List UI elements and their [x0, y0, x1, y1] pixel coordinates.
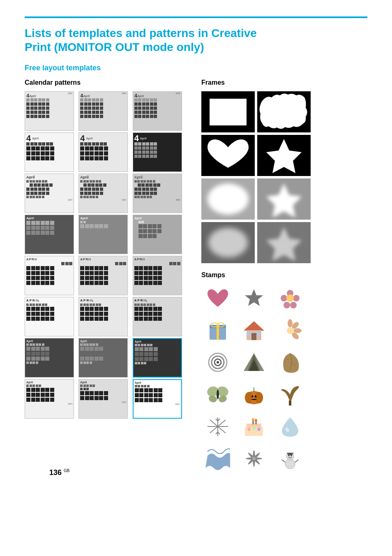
- svg-point-68: [252, 427, 256, 430]
- svg-point-17: [281, 295, 287, 301]
- stamp-cake: [238, 412, 270, 441]
- svg-point-18: [286, 294, 294, 302]
- svg-rect-28: [257, 332, 260, 335]
- stamp-butterfly: [201, 380, 234, 409]
- svg-rect-27: [248, 332, 251, 335]
- stamp-plant: [274, 380, 307, 409]
- cal-thumb-1-3: 2004 4April: [133, 91, 182, 131]
- frames-section-title: Frames: [201, 79, 367, 86]
- frame-3: [201, 135, 255, 176]
- svg-line-83: [295, 460, 298, 462]
- stamp-drop: [274, 412, 307, 441]
- stamp-tent: [238, 348, 270, 377]
- svg-point-65: [252, 418, 254, 421]
- calendar-row-6: APRIL APRIL APRIL: [25, 297, 185, 336]
- stamp-leaf: [274, 348, 307, 377]
- cal-thumb-7-1: April: [25, 338, 74, 378]
- cal-thumb-8-2: April 2004: [78, 379, 128, 419]
- svg-rect-26: [251, 333, 256, 340]
- svg-point-9: [208, 228, 248, 257]
- stamps-section-title: Stamps: [201, 271, 367, 279]
- frame-1: [201, 91, 255, 132]
- cal-thumb-2-2: 4 April: [78, 132, 128, 172]
- cal-thumb-1-1: 2004 4April: [25, 91, 74, 131]
- cal-thumb-4-3: April: [133, 215, 182, 254]
- main-layout: Calendar patterns 2004 4April 2004 4Apri…: [25, 79, 367, 473]
- calendar-row-5: APRII APRII: [25, 256, 185, 295]
- frame-6: [257, 178, 311, 220]
- svg-point-69: [257, 428, 261, 431]
- cal-thumb-3-3: April 2004: [133, 174, 182, 213]
- svg-point-76: [285, 459, 295, 469]
- stamp-flower2: [274, 316, 307, 345]
- cal-thumb-5-3: APRII: [133, 256, 182, 295]
- left-column: Calendar patterns 2004 4April 2004 4Apri…: [25, 79, 185, 420]
- cal-thumb-2-1: 4 April: [25, 132, 74, 172]
- cal-thumb-6-3: APRIL: [133, 297, 182, 336]
- frames-grid: [201, 91, 367, 263]
- stamp-snowman: [274, 444, 307, 473]
- svg-point-29: [288, 319, 293, 327]
- svg-point-31: [293, 328, 302, 333]
- cal-thumb-4-1: April: [25, 215, 74, 254]
- cal-thumb-5-1: APRII: [25, 256, 74, 295]
- stamp-sparkle: [238, 444, 270, 473]
- frame-8: [257, 222, 311, 263]
- calendar-row-1: 2004 4April 2004 4April: [25, 91, 185, 131]
- stamp-swirl: [201, 348, 234, 377]
- calendar-row-4: April April April: [25, 215, 185, 254]
- svg-rect-81: [287, 453, 293, 454]
- stamp-wave: [201, 444, 234, 473]
- svg-point-49: [255, 392, 263, 403]
- svg-rect-21: [217, 325, 219, 340]
- svg-point-75: [252, 457, 256, 460]
- cal-thumb-7-3: April: [133, 338, 182, 378]
- cal-thumb-4-2: April: [78, 215, 128, 254]
- cal-thumb-1-2: 2004 4April: [78, 91, 128, 131]
- frame-2: [257, 91, 311, 132]
- svg-point-45: [217, 389, 219, 399]
- stamp-pumpkin: [238, 380, 270, 409]
- cal-thumb-8-1: April 2004: [25, 379, 74, 419]
- svg-point-15: [290, 302, 297, 308]
- calendar-row-7: April April: [25, 338, 185, 378]
- frame-7: [201, 222, 255, 263]
- cal-thumb-6-1: APRIL: [25, 297, 74, 336]
- svg-marker-24: [244, 321, 264, 331]
- stamp-house: [238, 316, 270, 345]
- cal-thumb-3-2: April 2004: [78, 174, 128, 213]
- frame-4: [257, 135, 311, 176]
- svg-marker-12: [245, 289, 263, 306]
- svg-point-67: [247, 428, 251, 431]
- cal-thumb-6-2: APRIL: [78, 297, 128, 336]
- cal-thumb-8-3: April 2004: [133, 379, 182, 419]
- svg-rect-52: [289, 401, 291, 405]
- calendar-row-2: 4 April 4 April 4 April: [25, 132, 185, 172]
- stamp-star: [238, 284, 270, 313]
- frame-5: [201, 178, 255, 220]
- page-title: Lists of templates and patterns in Creat…: [25, 26, 367, 54]
- page-number: 136 GB: [49, 468, 70, 477]
- stamp-heart: [201, 284, 234, 313]
- free-layout-title: Free layout templates: [25, 64, 367, 72]
- cal-thumb-3-1: April 2004: [25, 174, 74, 213]
- stamp-snowflake: [201, 412, 234, 441]
- cal-thumb-5-2: APRII: [78, 256, 128, 295]
- svg-point-37: [217, 361, 219, 364]
- svg-point-14: [293, 295, 300, 301]
- stamps-grid: [201, 284, 367, 473]
- calendar-row-8: April 2004 April 2004: [25, 379, 185, 419]
- stamp-gift: [201, 316, 234, 345]
- calendar-row-3: April 2004 April: [25, 174, 185, 213]
- calendar-section-title: Calendar patterns: [25, 79, 185, 86]
- svg-point-66: [255, 419, 257, 422]
- cal-thumb-2-3: 4 April: [133, 132, 182, 172]
- svg-point-33: [287, 327, 293, 334]
- top-border: [25, 16, 367, 18]
- stamp-flower: [274, 284, 307, 313]
- svg-point-16: [284, 302, 290, 308]
- right-column: Frames: [201, 79, 367, 473]
- svg-line-82: [282, 460, 285, 462]
- svg-point-5: [208, 183, 249, 215]
- cal-thumb-7-2: April: [78, 338, 128, 378]
